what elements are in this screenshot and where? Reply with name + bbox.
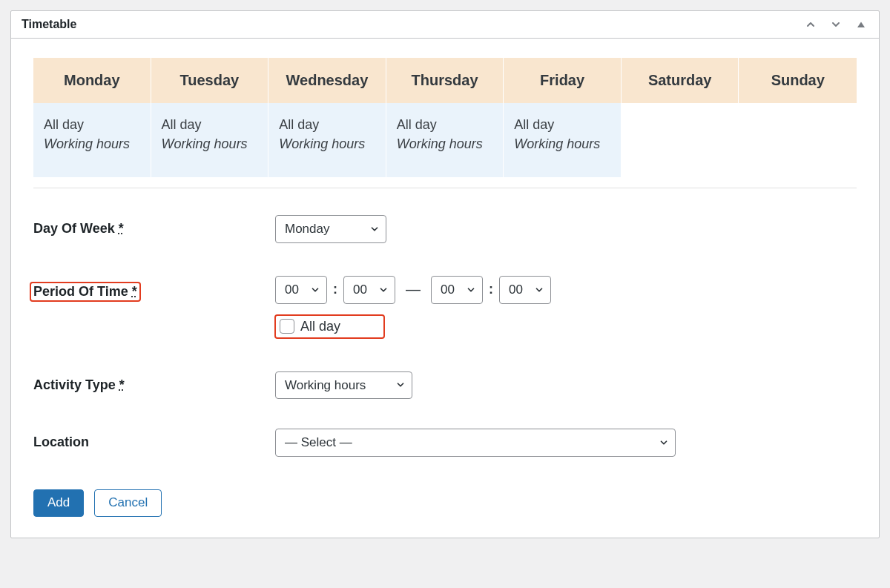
label-location: Location [33,429,275,450]
timetable-panel: Timetable Monday All day Working hours [10,10,880,538]
select-location[interactable]: — Select — [275,429,676,457]
time-range-group: 00 : 00 — 00 : 00 [275,276,857,304]
day-header: Monday [33,58,151,103]
label-day-of-week: Day Of Week * [33,215,275,237]
day-column-tuesday: Tuesday All day Working hours [151,58,269,177]
day-cell[interactable]: All day Working hours [33,103,151,177]
day-column-sunday: Sunday [739,58,857,177]
row-location: Location — Select — [33,429,857,457]
day-column-thursday: Thursday All day Working hours [386,58,504,177]
row-period-of-time: Period Of Time * 00 : 00 — 00 : [33,276,857,339]
select-start-minute[interactable]: 00 [343,276,395,304]
day-cell-empty [739,103,857,177]
panel-body: Monday All day Working hours Tuesday All… [11,58,879,538]
move-down-icon[interactable] [828,17,843,32]
select-end-hour[interactable]: 00 [431,276,483,304]
day-column-saturday: Saturday [622,58,739,177]
collapse-icon[interactable] [854,17,868,32]
day-header: Friday [504,58,622,103]
row-activity-type: Activity Type * Working hours [33,371,857,400]
all-day-group: All day [274,314,385,339]
all-day-label: All day [300,319,340,334]
label-activity-type: Activity Type * [33,371,275,393]
day-cell[interactable]: All day Working hours [268,103,386,177]
cancel-button[interactable]: Cancel [94,489,162,516]
row-day-of-week: Day Of Week * Monday [33,215,857,243]
day-cell[interactable]: All day Working hours [386,103,504,177]
day-header: Thursday [386,58,504,103]
time-colon: : [487,282,495,297]
select-activity-type[interactable]: Working hours [275,371,412,400]
time-colon: : [332,282,339,297]
panel-controls [803,17,868,32]
label-period-of-time: Period Of Time * [33,276,275,302]
select-end-minute[interactable]: 00 [499,276,551,304]
svg-marker-0 [857,22,865,28]
day-header: Wednesday [268,58,386,103]
button-row: Add Cancel [33,489,857,516]
day-header: Tuesday [151,58,269,103]
day-cell[interactable]: All day Working hours [151,103,269,177]
select-start-hour[interactable]: 00 [275,276,327,304]
day-column-wednesday: Wednesday All day Working hours [268,58,386,177]
move-up-icon[interactable] [803,17,818,32]
panel-title: Timetable [22,18,76,31]
panel-header: Timetable [11,11,879,39]
day-header: Sunday [739,58,857,103]
day-column-friday: Friday All day Working hours [504,58,622,177]
day-column-monday: Monday All day Working hours [33,58,151,177]
select-day-of-week[interactable]: Monday [275,215,386,243]
time-dash: — [400,281,426,298]
day-cell[interactable]: All day Working hours [504,103,622,177]
week-grid: Monday All day Working hours Tuesday All… [33,58,857,188]
day-header: Saturday [622,58,739,103]
day-cell-empty [622,103,739,177]
all-day-checkbox[interactable] [280,319,294,334]
add-button[interactable]: Add [33,489,84,516]
